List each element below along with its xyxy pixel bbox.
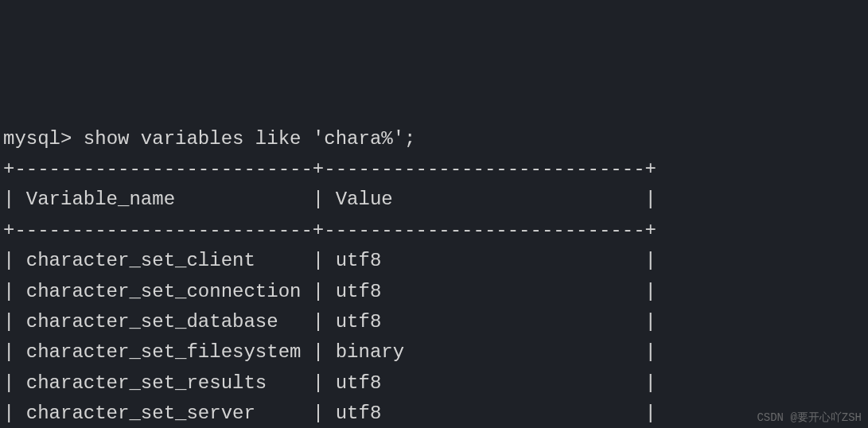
table-border-mid: +--------------------------+------------… xyxy=(3,220,656,241)
mysql-prompt: mysql> xyxy=(3,128,72,150)
table-row: | character_set_results | utf8 | xyxy=(3,372,656,394)
table-row: | character_set_client | utf8 | xyxy=(3,250,656,271)
table-border-top: +--------------------------+------------… xyxy=(3,158,656,180)
table-row: | character_set_database | utf8 | xyxy=(3,311,656,333)
table-row: | character_set_connection | utf8 | xyxy=(3,281,656,302)
table-row: | character_set_filesystem | binary | xyxy=(3,341,656,363)
sql-command: show variables like 'chara%'; xyxy=(84,128,416,150)
watermark: CSDN @要开心吖ZSH xyxy=(757,409,862,426)
mysql-terminal[interactable]: mysql> show variables like 'chara%'; +--… xyxy=(0,123,868,428)
table-header-row: | Variable_name | Value | xyxy=(3,189,656,210)
table-row: | character_set_server | utf8 | xyxy=(3,403,656,424)
